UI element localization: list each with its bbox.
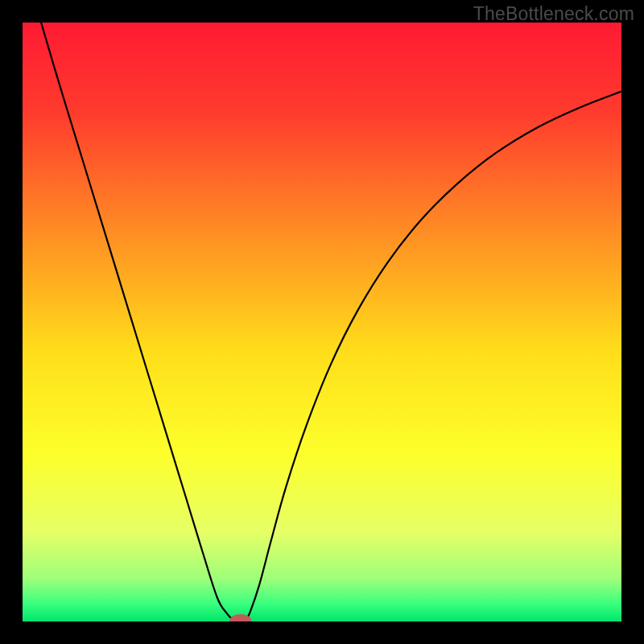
- gradient-background: [23, 23, 621, 621]
- chart-svg: [23, 23, 621, 621]
- plot-area: [23, 23, 621, 621]
- watermark-text: TheBottleneck.com: [473, 3, 634, 25]
- chart-frame: TheBottleneck.com: [0, 0, 644, 644]
